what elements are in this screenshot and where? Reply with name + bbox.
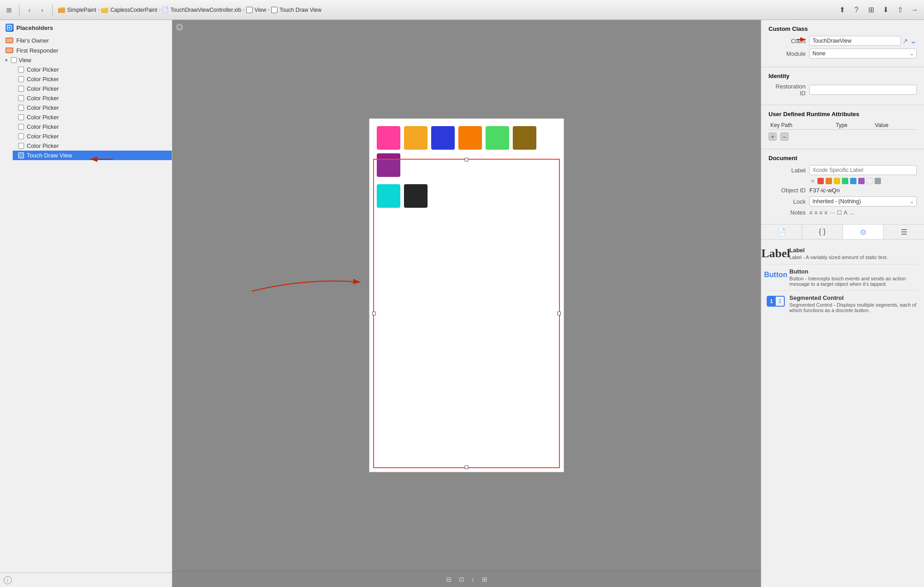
breadcrumb-item-simplepaint[interactable]: SimplePaint xyxy=(58,7,96,13)
color-dot-green[interactable] xyxy=(842,178,848,184)
tree-view-header[interactable]: ▼ View xyxy=(0,55,172,65)
color-btn-green[interactable] xyxy=(486,126,509,150)
left-panel: Placeholders File's Owner First Responde… xyxy=(0,20,172,587)
color-dot-red[interactable] xyxy=(817,178,824,184)
class-input[interactable] xyxy=(809,36,901,46)
tree-item-touch-draw-view[interactable]: Touch Draw View xyxy=(13,151,172,160)
view-checkbox[interactable] xyxy=(11,57,17,63)
remove-attribute-button[interactable]: – xyxy=(780,132,788,141)
identity-title: Identity xyxy=(768,73,917,79)
tree-item-files-owner[interactable]: File's Owner xyxy=(0,35,172,45)
share-icon[interactable]: ⬆ xyxy=(837,5,847,15)
handle-left-center[interactable] xyxy=(372,312,376,315)
canvas-zoom-in-icon[interactable]: ↕ xyxy=(472,576,475,583)
checkbox-9[interactable] xyxy=(18,143,24,149)
color-dot-purple[interactable] xyxy=(858,178,865,184)
tab-identity[interactable]: ⊙ xyxy=(843,225,884,239)
tree-item-first-responder[interactable]: First Responder xyxy=(0,45,172,55)
folder-icon xyxy=(58,7,65,13)
checkbox-7[interactable] xyxy=(18,124,24,130)
class-form-row: Class ↗ ⌄ xyxy=(768,36,917,46)
checkbox-1[interactable] xyxy=(18,67,24,73)
tree-item-color-picker-2[interactable]: Color Picker xyxy=(13,74,172,84)
tab-attributes[interactable]: ☰ xyxy=(884,225,924,239)
canvas-close-button[interactable]: ✕ xyxy=(176,24,183,31)
checkbox-3[interactable] xyxy=(18,86,24,92)
notes-align-right[interactable]: ≡ xyxy=(819,210,822,216)
add-attribute-button[interactable]: + xyxy=(768,132,777,141)
handle-right-center[interactable] xyxy=(557,312,561,315)
notes-label: Notes xyxy=(768,209,809,216)
color-btn-blue[interactable] xyxy=(431,126,455,150)
breadcrumb-item-caplesscoderpaint[interactable]: CaplessCoderPaint xyxy=(101,7,157,13)
lock-select[interactable]: Inherited - (Nothing) xyxy=(809,196,917,206)
layout-icon[interactable]: ⊞ xyxy=(866,5,876,15)
toolbar-separator-2 xyxy=(52,5,53,15)
color-x-button[interactable]: ✕ xyxy=(809,178,816,184)
checkbox-8[interactable] xyxy=(18,133,24,139)
breadcrumb-arrow-3: › xyxy=(243,7,244,12)
handle-bottom-center[interactable] xyxy=(465,465,468,469)
notes-align-left[interactable]: ≡ xyxy=(809,210,812,216)
help-icon[interactable]: ? xyxy=(851,5,861,15)
touch-draw-view-canvas[interactable] xyxy=(373,159,560,468)
checkbox-5[interactable] xyxy=(18,105,24,111)
tree-item-color-picker-5[interactable]: Color Picker xyxy=(13,103,172,113)
breadcrumb-label-view[interactable]: View xyxy=(254,7,266,13)
canvas-zoom-out-icon[interactable]: ⊟ xyxy=(446,576,452,583)
toolbar-right: ⬆ ? ⊞ ⬇ ⇧ → xyxy=(837,5,919,15)
breadcrumb-item-view[interactable]: View xyxy=(246,7,266,13)
color-dot-white[interactable] xyxy=(866,178,873,184)
download-icon[interactable]: ⬇ xyxy=(880,5,890,15)
notes-checkbox-icon[interactable]: ☐ xyxy=(837,210,842,216)
checkbox-6[interactable] xyxy=(18,114,24,120)
breadcrumb-label-capless[interactable]: CaplessCoderPaint xyxy=(110,7,157,13)
canvas-fullscreen-icon[interactable]: ⊞ xyxy=(482,576,487,583)
checkbox-4[interactable] xyxy=(18,95,24,101)
color-btn-darkorange[interactable] xyxy=(458,126,482,150)
canvas-fit-icon[interactable]: ⊡ xyxy=(459,576,464,583)
breadcrumb-item-touchdrawview[interactable]: Touch Draw View xyxy=(271,7,321,13)
color-dot-blue[interactable] xyxy=(850,178,856,184)
breadcrumb-item-xib[interactable]: TouchDrawViewController.xib xyxy=(162,6,241,14)
color-btn-pink[interactable] xyxy=(377,126,400,150)
grid-icon[interactable]: ⊞ xyxy=(5,5,14,15)
notes-align-justify[interactable]: ≡ xyxy=(824,210,827,216)
class-link-icon[interactable]: ↗ xyxy=(903,37,908,44)
color-dot-yellow[interactable] xyxy=(834,178,840,184)
breadcrumb-label-touchdrawview[interactable]: Touch Draw View xyxy=(279,7,321,13)
navigate-icon[interactable]: → xyxy=(909,5,919,15)
handle-top-center[interactable] xyxy=(465,158,468,161)
forward-button[interactable]: › xyxy=(38,5,47,15)
canvas-controls: ✕ xyxy=(176,24,183,31)
color-dot-gray[interactable] xyxy=(875,178,881,184)
color-dot-orange[interactable] xyxy=(826,178,832,184)
inspect-icon[interactable]: ⇧ xyxy=(895,5,905,15)
color-btn-orange[interactable] xyxy=(404,126,428,150)
tree-item-color-picker-8[interactable]: Color Picker xyxy=(13,132,172,141)
checkbox-2[interactable] xyxy=(18,76,24,82)
tree-item-color-picker-1[interactable]: Color Picker xyxy=(13,65,172,74)
notes-text-icon[interactable]: A xyxy=(844,210,847,216)
tree-item-color-picker-9[interactable]: Color Picker xyxy=(13,141,172,151)
notes-more-icon[interactable]: … xyxy=(849,210,855,216)
tree-item-color-picker-3[interactable]: Color Picker xyxy=(13,84,172,93)
class-dropdown-icon[interactable]: ⌄ xyxy=(910,36,917,46)
tab-code[interactable]: { } xyxy=(802,225,843,239)
tree-item-color-picker-6[interactable]: Color Picker xyxy=(13,113,172,122)
tree-item-color-picker-7[interactable]: Color Picker xyxy=(13,122,172,132)
breadcrumb-label-simplepaint[interactable]: SimplePaint xyxy=(67,7,96,13)
color-btn-brown[interactable] xyxy=(513,126,536,150)
checkbox-selected[interactable] xyxy=(18,152,24,158)
doc-label-input[interactable] xyxy=(809,165,917,175)
bottom-circle-icon[interactable]: i xyxy=(4,576,12,584)
file-icon xyxy=(162,6,169,14)
breadcrumb-label-xib[interactable]: TouchDrawViewController.xib xyxy=(170,7,241,13)
lock-label: Lock xyxy=(768,198,809,205)
tree-item-color-picker-4[interactable]: Color Picker xyxy=(13,93,172,103)
notes-align-center[interactable]: ≡ xyxy=(814,210,817,216)
tab-file[interactable]: 📄 xyxy=(761,225,802,239)
module-select[interactable]: None xyxy=(809,49,917,59)
back-button[interactable]: ‹ xyxy=(25,5,34,15)
restoration-id-input[interactable] xyxy=(809,85,917,95)
